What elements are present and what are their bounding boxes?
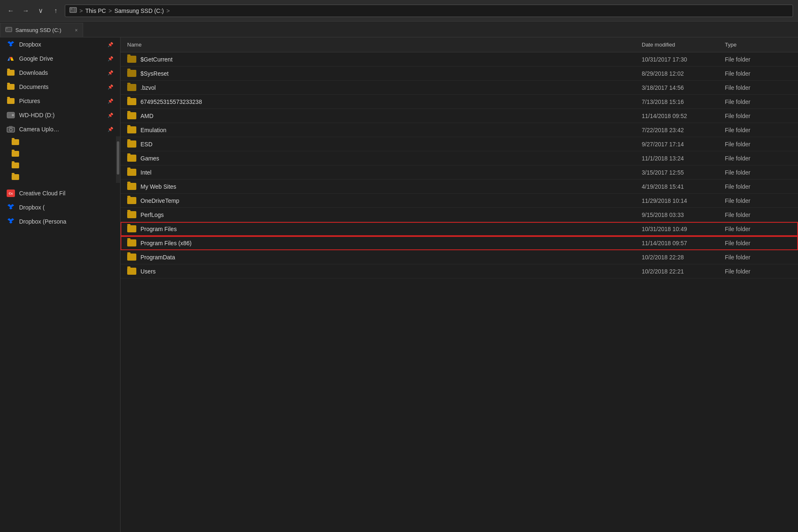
sidebar-item-dropbox[interactable]: Dropbox 📌: [0, 37, 120, 52]
file-name-cell: AMD: [127, 112, 642, 119]
sidebar-scrollbar[interactable]: [116, 136, 120, 183]
table-row[interactable]: Program Files 10/31/2018 10:49 File fold…: [121, 222, 798, 236]
sidebar-item-camera-uploads[interactable]: Camera Uplo… 📌: [0, 122, 120, 136]
file-name-text: AMD: [140, 113, 153, 119]
sidebar-item-dropbox-b[interactable]: Dropbox (: [0, 200, 120, 214]
file-date-cell: 3/18/2017 14:56: [642, 84, 725, 91]
forward-button[interactable]: →: [20, 5, 32, 17]
file-type-cell: File folder: [725, 70, 791, 77]
file-name-cell: $GetCurrent: [127, 56, 642, 63]
file-type-cell: File folder: [725, 84, 791, 91]
pin-icon-documents: 📌: [108, 84, 113, 90]
table-row[interactable]: $GetCurrent 10/31/2017 17:30 File folder: [121, 52, 798, 66]
documents-folder-icon: [7, 83, 15, 91]
dropbox-icon: [7, 40, 15, 49]
file-name-text: Games: [140, 155, 159, 162]
creative-cloud-icon: Cc: [7, 189, 15, 197]
table-row[interactable]: Program Files (x86) 11/14/2018 09:57 Fil…: [121, 236, 798, 250]
file-name-cell: Games: [127, 155, 642, 162]
file-name-cell: Intel: [127, 169, 642, 176]
table-row[interactable]: ESD 9/27/2017 17:14 File folder: [121, 137, 798, 151]
folder-icon: [127, 155, 136, 162]
file-type-cell: File folder: [725, 169, 791, 176]
sidebar: Dropbox 📌 Google Drive 📌 Downloa: [0, 37, 121, 532]
table-row[interactable]: 6749525315573233238 7/13/2018 15:16 File…: [121, 95, 798, 109]
folder-icon-2: [12, 151, 19, 157]
file-date-cell: 7/13/2018 15:16: [642, 99, 725, 105]
file-name-text: ProgramData: [140, 254, 175, 261]
sidebar-item-dropbox-personal-label: Dropbox (Persona: [19, 218, 113, 225]
table-row[interactable]: Intel 3/15/2017 12:55 File folder: [121, 165, 798, 180]
sidebar-item-wd-hdd-label: WD-HDD (D:): [19, 112, 103, 118]
back-button[interactable]: ←: [5, 5, 17, 17]
sidebar-item-creative-cloud[interactable]: Cc Creative Cloud Fil: [0, 186, 120, 200]
table-row[interactable]: AMD 11/14/2018 09:52 File folder: [121, 109, 798, 123]
table-row[interactable]: ProgramData 10/2/2018 22:28 File folder: [121, 250, 798, 264]
sidebar-item-dropbox-personal[interactable]: Dropbox (Persona: [0, 214, 120, 229]
table-row[interactable]: Games 11/1/2018 13:24 File folder: [121, 151, 798, 165]
table-row[interactable]: Users 10/2/2018 22:21 File folder: [121, 264, 798, 278]
tab-close-button[interactable]: ×: [75, 27, 78, 33]
file-name-text: $GetCurrent: [140, 56, 172, 63]
folder-icon: [127, 84, 136, 91]
col-header-name[interactable]: Name: [127, 42, 642, 48]
file-type-cell: File folder: [725, 183, 791, 190]
folder-icon: [127, 140, 136, 148]
table-row[interactable]: Emulation 7/22/2018 23:42 File folder: [121, 123, 798, 137]
table-row[interactable]: $SysReset 8/29/2018 12:02 File folder: [121, 66, 798, 81]
folder-icon: [127, 268, 136, 275]
sidebar-item-pictures[interactable]: Pictures 📌: [0, 94, 120, 108]
col-header-type[interactable]: Type: [725, 42, 791, 48]
file-list: $GetCurrent 10/31/2017 17:30 File folder…: [121, 52, 798, 532]
folder-icon: [127, 239, 136, 246]
sidebar-item-downloads[interactable]: Downloads 📌: [0, 66, 120, 80]
file-date-cell: 11/29/2018 10:14: [642, 197, 725, 204]
file-name-cell: My Web Sites: [127, 183, 642, 190]
folder-icon: [127, 197, 136, 204]
file-type-cell: File folder: [725, 226, 791, 232]
file-date-cell: 10/2/2018 22:28: [642, 254, 725, 261]
sidebar-spacer: [0, 183, 120, 186]
sidebar-item-google-drive[interactable]: Google Drive 📌: [0, 52, 120, 66]
file-name-text: Emulation: [140, 127, 166, 133]
col-header-date[interactable]: Date modified: [642, 42, 725, 48]
file-date-cell: 7/22/2018 23:42: [642, 127, 725, 133]
file-name-cell: Program Files: [127, 225, 642, 232]
table-row[interactable]: PerfLogs 9/15/2018 03:33 File folder: [121, 208, 798, 222]
dropdown-button[interactable]: ∨: [35, 5, 47, 17]
file-date-cell: 3/15/2017 12:55: [642, 169, 725, 176]
file-type-cell: File folder: [725, 155, 791, 162]
pin-icon-gdrive: 📌: [108, 56, 113, 62]
folder-icon: [127, 183, 136, 190]
svg-marker-28: [9, 221, 12, 224]
column-headers: Name Date modified Type: [121, 37, 798, 52]
tab-samsung-ssd[interactable]: Samsung SSD (C:) ×: [0, 23, 83, 37]
table-row[interactable]: OneDriveTemp 11/29/2018 10:14 File folde…: [121, 194, 798, 208]
file-type-cell: File folder: [725, 254, 791, 261]
sidebar-item-documents[interactable]: Documents 📌: [0, 80, 120, 94]
table-row[interactable]: .bzvol 3/18/2017 14:56 File folder: [121, 81, 798, 95]
address-path[interactable]: > This PC > Samsung SSD (C:) >: [65, 5, 793, 17]
address-bar: ← → ∨ ↑ > This PC > Samsung SSD (C:) >: [0, 0, 798, 22]
file-name-cell: OneDriveTemp: [127, 197, 642, 204]
svg-point-17: [12, 115, 14, 116]
file-type-cell: File folder: [725, 268, 791, 275]
gdrive-icon: [7, 54, 15, 63]
sidebar-folder-2[interactable]: [0, 148, 116, 160]
sidebar-folder-3[interactable]: [0, 160, 116, 171]
svg-point-3: [74, 11, 75, 12]
sidebar-item-wd-hdd[interactable]: WD-HDD (D:) 📌: [0, 108, 120, 122]
table-row[interactable]: My Web Sites 4/19/2018 15:41 File folder: [121, 180, 798, 194]
file-type-cell: File folder: [725, 56, 791, 63]
sidebar-folder-1[interactable]: [0, 136, 116, 148]
up-button[interactable]: ↑: [50, 5, 62, 17]
svg-rect-0: [70, 7, 76, 12]
folder-icon: [127, 112, 136, 119]
sidebar-item-camera-uploads-label: Camera Uplo…: [19, 126, 103, 133]
sidebar-folder-4[interactable]: [0, 171, 116, 183]
folder-icon: [127, 225, 136, 232]
sidebar-item-documents-label: Documents: [19, 84, 103, 90]
path-sep-1: >: [79, 7, 83, 14]
file-name-text: 6749525315573233238: [140, 99, 202, 105]
sidebar-item-pictures-label: Pictures: [19, 98, 103, 104]
